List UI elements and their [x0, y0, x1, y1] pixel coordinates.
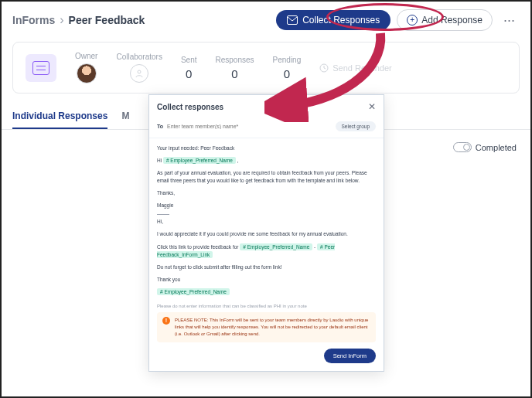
modal-header: Collect responses ✕: [149, 95, 384, 118]
body-para-3: Do not forget to click submit after fill…: [157, 264, 376, 271]
greeting-line: Hi # Employee_Preferred_Name ,: [157, 157, 376, 165]
breadcrumb-current: Peer Feedback: [69, 14, 145, 26]
employee-name-tag[interactable]: # Employee_Preferred_Name: [163, 157, 236, 164]
modal-title: Collect responses: [157, 103, 223, 111]
owner-stat: Owner: [75, 52, 97, 83]
breadcrumb: InForms › Peer Feedback: [12, 13, 270, 27]
pending-label: Pending: [273, 56, 302, 64]
responses-label: Responses: [216, 56, 254, 64]
responses-stat: Responses 0: [216, 56, 254, 80]
clock-icon: [319, 63, 329, 73]
signer-name: Maggie: [157, 202, 376, 209]
svg-point-1: [138, 70, 141, 73]
person-icon: [135, 69, 144, 78]
chevron-right-icon: ›: [60, 13, 63, 27]
sent-label: Sent: [181, 56, 197, 64]
owner-label: Owner: [75, 52, 97, 60]
owner-avatar[interactable]: [77, 63, 97, 83]
sent-stat: Sent 0: [181, 56, 197, 80]
thanks-line: Thanks,: [157, 189, 376, 197]
reminder-label: Send Reminder: [332, 63, 391, 73]
sent-value: 0: [186, 67, 192, 80]
to-label: To: [157, 124, 163, 129]
email-subject: Your input needed: Peer Feedback: [157, 145, 376, 152]
employee-name-tag-3: # Employee_Preferred_Name: [157, 288, 376, 296]
page-header: InForms › Peer Feedback Collect Response…: [2, 2, 530, 39]
envelope-icon: [287, 15, 298, 25]
add-response-button[interactable]: + Add Response: [397, 9, 493, 31]
collect-responses-button[interactable]: Collect Responses: [276, 10, 390, 30]
select-group-button[interactable]: Select group: [336, 121, 377, 131]
completed-label: Completed: [476, 143, 517, 152]
form-icon: [26, 54, 56, 82]
link-line: Click this link to provide feedback for …: [157, 243, 376, 259]
tab-individual-responses[interactable]: Individual Responses: [12, 104, 107, 129]
pending-stat: Pending 0: [273, 56, 302, 80]
phi-disclaimer: Please do not enter information that can…: [149, 304, 384, 312]
add-collaborator-button[interactable]: [130, 64, 148, 83]
responses-value: 0: [231, 67, 237, 80]
recipient-input[interactable]: [167, 124, 331, 129]
add-response-label: Add Response: [421, 15, 483, 26]
collab-label: Collaborators: [116, 53, 162, 61]
thankyou-line: Thank you: [157, 276, 376, 284]
employee-name-tag-2[interactable]: # Employee_Preferred_Name: [240, 243, 312, 250]
body-para-2: I would appreciate it if you could provi…: [157, 230, 376, 238]
collaborators-stat: Collaborators: [116, 53, 162, 83]
header-actions: Collect Responses + Add Response ···: [276, 9, 520, 31]
greeting-2: Hi,: [157, 218, 376, 226]
svg-rect-0: [288, 16, 298, 25]
warning-text: PLEASE NOTE: This InForm will be sent to…: [175, 317, 370, 338]
body-para-1: As part of your annual evaluation, you a…: [157, 169, 376, 185]
collect-responses-modal: Collect responses ✕ To Select group Your…: [148, 94, 384, 372]
recipient-row: To Select group: [149, 118, 384, 138]
warning-icon: !: [162, 317, 170, 325]
more-menu-button[interactable]: ···: [499, 12, 520, 29]
form-stats-card: Owner Collaborators Sent 0 Responses 0 P…: [12, 42, 520, 94]
completed-toggle[interactable]: Completed: [453, 142, 517, 152]
close-icon[interactable]: ✕: [368, 101, 376, 112]
breadcrumb-root[interactable]: InForms: [12, 14, 55, 26]
modal-footer: Send InForm: [149, 349, 384, 371]
collect-responses-label: Collect Responses: [302, 15, 380, 26]
send-reminder-button[interactable]: Send Reminder: [319, 63, 391, 73]
warning-note: ! PLEASE NOTE: This InForm will be sent …: [157, 312, 376, 342]
pending-value: 0: [284, 67, 290, 80]
plus-icon: +: [407, 15, 418, 26]
toggle-icon: [453, 142, 472, 152]
divider: [157, 214, 169, 215]
modal-body: Your input needed: Peer Feedback Hi # Em…: [149, 138, 384, 304]
send-inform-button[interactable]: Send InForm: [324, 349, 376, 363]
tab-second[interactable]: M: [121, 104, 129, 129]
